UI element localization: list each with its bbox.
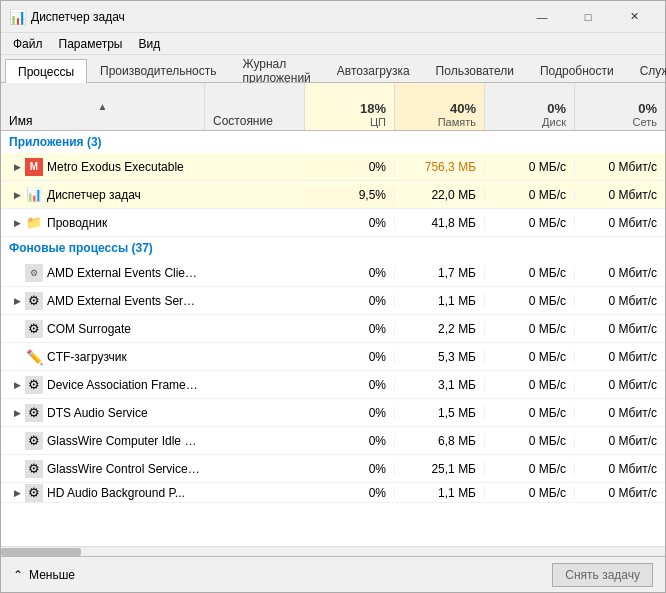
minimize-button[interactable]: —: [519, 1, 565, 33]
row-net: 0 Мбит/с: [575, 294, 665, 308]
row-net: 0 Мбит/с: [575, 216, 665, 230]
row-mem: 25,1 МБ: [395, 462, 485, 476]
table-row[interactable]: ▶ ⚙ HD Audio Background P... 0% 1,1 МБ 0…: [1, 483, 665, 503]
row-net: 0 Мбит/с: [575, 266, 665, 280]
row-disk: 0 МБ/с: [485, 350, 575, 364]
row-name-taskmgr: ▶ 📊 Диспетчер задач: [1, 186, 205, 204]
row-cpu: 0%: [305, 350, 395, 364]
tab-details[interactable]: Подробности: [527, 58, 627, 82]
app-icon-amd2: ⚙: [25, 292, 43, 310]
row-net: 0 Мбит/с: [575, 322, 665, 336]
row-name-amd1: ▶ ⚙ AMD External Events Client Mo...: [1, 264, 205, 282]
task-manager-window: 📊 Диспетчер задач — □ ✕ Файл Параметры В…: [0, 0, 666, 593]
row-net: 0 Мбит/с: [575, 160, 665, 174]
table-body: Приложения (3) ▶ M Metro Exodus Executab…: [1, 131, 665, 546]
tab-processes[interactable]: Процессы: [5, 59, 87, 83]
menu-params[interactable]: Параметры: [51, 35, 131, 53]
row-cpu: 0%: [305, 294, 395, 308]
row-net: 0 Мбит/с: [575, 462, 665, 476]
row-net: 0 Мбит/с: [575, 486, 665, 500]
row-disk: 0 МБ/с: [485, 188, 575, 202]
row-disk: 0 МБ/с: [485, 322, 575, 336]
tab-performance[interactable]: Производительность: [87, 58, 229, 82]
app-icon-ctf: ✏️: [25, 348, 43, 366]
expand-icon[interactable]: ▶: [9, 405, 25, 421]
app-icon-explorer: 📁: [25, 214, 43, 232]
row-cpu: 0%: [305, 322, 395, 336]
row-name-ctf: ▶ ✏️ CTF-загрузчик: [1, 348, 205, 366]
row-cpu: 0%: [305, 406, 395, 420]
row-disk: 0 МБ/с: [485, 486, 575, 500]
row-mem: 1,5 МБ: [395, 406, 485, 420]
table-row[interactable]: ▶ M Metro Exodus Executable 0% 756,3 МБ …: [1, 153, 665, 181]
row-mem: 2,2 МБ: [395, 322, 485, 336]
expand-icon[interactable]: ▶: [9, 377, 25, 393]
row-name-explorer: ▶ 📁 Проводник: [1, 214, 205, 232]
row-name-comsurrogate: ▶ ⚙ COM Surrogate: [1, 320, 205, 338]
menu-file[interactable]: Файл: [5, 35, 51, 53]
row-name-amd2: ▶ ⚙ AMD External Events Service Mo...: [1, 292, 205, 310]
row-cpu: 9,5%: [305, 188, 395, 202]
row-mem: 22,0 МБ: [395, 188, 485, 202]
row-cpu: 0%: [305, 462, 395, 476]
app-icon-metro: M: [25, 158, 43, 176]
expand-icon[interactable]: ▶: [9, 293, 25, 309]
row-disk: 0 МБ/с: [485, 160, 575, 174]
less-button[interactable]: ⌃ Меньше: [13, 568, 75, 582]
row-cpu: 0%: [305, 434, 395, 448]
tab-app-history[interactable]: Журнал приложений: [230, 58, 324, 82]
table-row[interactable]: ▶ ⚙ AMD External Events Service Mo... 0%…: [1, 287, 665, 315]
col-header-mem[interactable]: 40% Память: [395, 83, 485, 130]
row-cpu: 0%: [305, 378, 395, 392]
expand-icon[interactable]: ▶: [9, 187, 25, 203]
tab-users[interactable]: Пользователи: [423, 58, 527, 82]
maximize-button[interactable]: □: [565, 1, 611, 33]
titlebar: 📊 Диспетчер задач — □ ✕: [1, 1, 665, 33]
row-name-hdaudio: ▶ ⚙ HD Audio Background P...: [1, 484, 205, 502]
table-row[interactable]: ▶ ⚙ GlassWire Control Service (32 б... 0…: [1, 455, 665, 483]
row-mem: 41,8 МБ: [395, 216, 485, 230]
row-name-dts: ▶ ⚙ DTS Audio Service: [1, 404, 205, 422]
sort-arrow-icon: ▲: [98, 101, 108, 112]
table-row[interactable]: ▶ 📁 Проводник 0% 41,8 МБ 0 МБ/с 0 Мбит/с: [1, 209, 665, 237]
expand-icon[interactable]: ▶: [9, 159, 25, 175]
section-apps: Приложения (3): [1, 131, 665, 153]
col-header-name[interactable]: ▲ Имя: [1, 83, 205, 130]
scrollbar-thumb[interactable]: [1, 548, 81, 556]
close-button[interactable]: ✕: [611, 1, 657, 33]
app-icon-dts: ⚙: [25, 404, 43, 422]
table-row[interactable]: ▶ ⚙ Device Association Framework ... 0% …: [1, 371, 665, 399]
app-icon-comsurrogate: ⚙: [25, 320, 43, 338]
col-header-net[interactable]: 0% Сеть: [575, 83, 665, 130]
row-mem: 1,1 МБ: [395, 294, 485, 308]
app-icon-gw1: ⚙: [25, 432, 43, 450]
col-header-status[interactable]: Состояние: [205, 83, 305, 130]
tab-startup[interactable]: Автозагрузка: [324, 58, 423, 82]
table-row[interactable]: ▶ 📊 Диспетчер задач 9,5% 22,0 МБ 0 МБ/с …: [1, 181, 665, 209]
table-row[interactable]: ▶ ⚙ COM Surrogate 0% 2,2 МБ 0 МБ/с 0 Мби…: [1, 315, 665, 343]
expand-icon[interactable]: ▶: [9, 485, 25, 501]
col-header-disk[interactable]: 0% Диск: [485, 83, 575, 130]
row-mem: 756,3 МБ: [395, 160, 485, 174]
table-row[interactable]: ▶ ⚙ GlassWire Computer Idle Monit... 0% …: [1, 427, 665, 455]
process-table: ▲ Имя Состояние 18% ЦП 40% Память 0% Дис…: [1, 83, 665, 556]
tab-services[interactable]: Службы: [627, 58, 666, 82]
expand-icon[interactable]: ▶: [9, 215, 25, 231]
menubar: Файл Параметры Вид: [1, 33, 665, 55]
window-icon: 📊: [9, 9, 25, 25]
table-row[interactable]: ▶ ✏️ CTF-загрузчик 0% 5,3 МБ 0 МБ/с 0 Мб…: [1, 343, 665, 371]
row-net: 0 Мбит/с: [575, 434, 665, 448]
dismiss-task-button[interactable]: Снять задачу: [552, 563, 653, 587]
table-row[interactable]: ▶ ⚙ AMD External Events Client Mo... 0% …: [1, 259, 665, 287]
footer: ⌃ Меньше Снять задачу: [1, 556, 665, 592]
row-disk: 0 МБ/с: [485, 294, 575, 308]
row-disk: 0 МБ/с: [485, 378, 575, 392]
app-icon-gw2: ⚙: [25, 460, 43, 478]
horizontal-scrollbar[interactable]: [1, 546, 665, 556]
app-icon-taskmgr: 📊: [25, 186, 43, 204]
col-header-cpu[interactable]: 18% ЦП: [305, 83, 395, 130]
menu-view[interactable]: Вид: [130, 35, 168, 53]
table-row[interactable]: ▶ ⚙ DTS Audio Service 0% 1,5 МБ 0 МБ/с 0…: [1, 399, 665, 427]
app-icon-daf: ⚙: [25, 376, 43, 394]
row-name-daf: ▶ ⚙ Device Association Framework ...: [1, 376, 205, 394]
